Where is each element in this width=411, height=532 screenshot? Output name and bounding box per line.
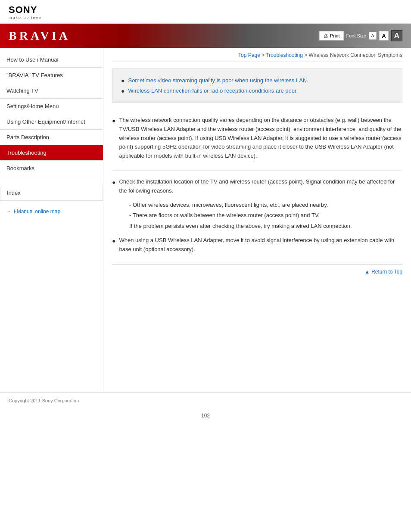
font-size-label: Font Size (346, 33, 366, 38)
print-label: Print (330, 33, 340, 38)
bravia-title: BRAVIA (9, 29, 70, 43)
bullet-icon: ● (112, 177, 115, 187)
list-item: ● Wireless LAN connection fails or radio… (121, 86, 393, 96)
content-section-1: ● The wireless network connection qualit… (112, 109, 402, 171)
font-size-small-button[interactable]: A (369, 32, 377, 40)
sidebar-item-troubleshooting[interactable]: Troubleshooting (0, 145, 103, 161)
font-size-large-button[interactable]: A (391, 30, 402, 41)
printer-icon: 🖨 (323, 33, 328, 39)
content-area: Top Page > Troubleshooting > Wireless Ne… (103, 48, 411, 392)
section-2-bullet-1-main: Check the installation location of the T… (119, 177, 402, 196)
footer: Copyright 2011 Sony Corporation (0, 392, 411, 408)
sidebar-item-settings-home[interactable]: Settings/Home Menu (0, 99, 103, 114)
topic-list-box: ● Sometimes video streaming quality is p… (112, 68, 402, 103)
breadcrumb-sep1: > (262, 52, 266, 58)
content-section-2: ● Check the installation location of the… (112, 171, 402, 264)
list-item: ● Check the installation location of the… (112, 177, 402, 233)
copyright-text: Copyright 2011 Sony Corporation (9, 398, 79, 403)
breadcrumb: Top Page > Troubleshooting > Wireless Ne… (112, 48, 402, 62)
sony-header: SONY make.believe (0, 0, 411, 24)
breadcrumb-top-page[interactable]: Top Page (238, 52, 260, 58)
section-1-text: The wireless network connection quality … (119, 116, 402, 161)
sidebar-item-how-to-use[interactable]: How to Use i-Manual (0, 52, 103, 68)
banner-controls: 🖨 Print Font Size A A A (319, 30, 402, 41)
sony-tagline: make.believe (9, 16, 402, 20)
sub-item-1: - Other wireless devices, microwaves, fl… (121, 201, 352, 210)
breadcrumb-troubleshooting[interactable]: Troubleshooting (266, 52, 303, 58)
arrow-icon: → (6, 208, 12, 215)
bullet-icon: ● (121, 77, 125, 84)
return-to-top-link[interactable]: ▲ Return to Top (112, 264, 402, 279)
sub-item-2: - There are floors or walls between the … (121, 211, 352, 220)
topic-list: ● Sometimes video streaming quality is p… (121, 75, 393, 96)
online-map-label: i-Manual online map (14, 208, 60, 215)
list-item: ● The wireless network connection qualit… (112, 116, 402, 161)
section-2-bullet-2-main: When using a USB Wireless LAN Adapter, m… (119, 236, 402, 254)
list-item: ● Sometimes video streaming quality is p… (121, 75, 393, 86)
topic-link-2[interactable]: Wireless LAN connection fails or radio r… (128, 87, 298, 94)
sidebar-item-parts-description[interactable]: Parts Description (0, 130, 103, 145)
font-size-medium-button[interactable]: A (379, 31, 389, 40)
breadcrumb-current: Wireless Network Connection Symptoms (309, 52, 402, 58)
sidebar-index[interactable]: Index (0, 185, 103, 201)
page-number: 102 (0, 408, 411, 423)
sidebar-item-watching-tv[interactable]: Watching TV (0, 83, 103, 99)
section-2-list: ● Check the installation location of the… (112, 177, 402, 254)
print-button[interactable]: 🖨 Print (319, 31, 344, 40)
sidebar: How to Use i-Manual "BRAVIA" TV Features… (0, 48, 103, 392)
triangle-up-icon: ▲ (364, 269, 370, 275)
sidebar-item-bravia-features[interactable]: "BRAVIA" TV Features (0, 68, 103, 83)
bullet-icon: ● (121, 87, 125, 94)
bullet-icon: ● (112, 116, 115, 125)
sidebar-item-bookmarks[interactable]: Bookmarks (0, 161, 103, 176)
bravia-banner: BRAVIA 🖨 Print Font Size A A A (0, 24, 411, 48)
return-to-top-label: Return to Top (371, 269, 402, 275)
sony-logo: SONY (9, 4, 402, 16)
section-1-list: ● The wireless network connection qualit… (112, 116, 402, 161)
sidebar-online-map-link[interactable]: → i-Manual online map (0, 205, 103, 218)
sub-item-3: If the problem persists even after check… (121, 222, 352, 231)
topic-link-1[interactable]: Sometimes video streaming quality is poo… (128, 77, 308, 84)
bullet-icon: ● (112, 236, 115, 246)
sidebar-divider (0, 176, 103, 180)
sidebar-item-using-other[interactable]: Using Other Equipment/Internet (0, 114, 103, 130)
breadcrumb-sep2: > (304, 52, 308, 58)
main-container: How to Use i-Manual "BRAVIA" TV Features… (0, 48, 411, 392)
list-item: ● When using a USB Wireless LAN Adapter,… (112, 236, 402, 254)
